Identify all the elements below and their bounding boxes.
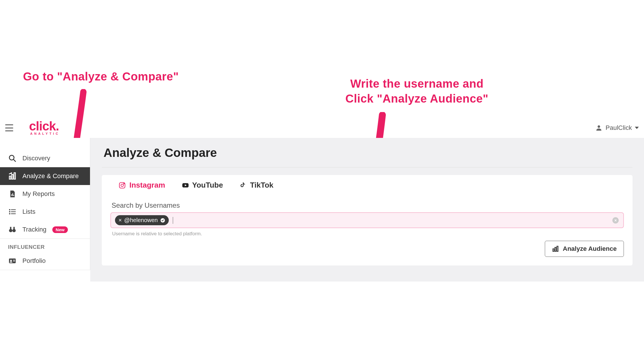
page-title: Analyze & Compare — [102, 143, 632, 167]
svg-rect-18 — [14, 227, 15, 230]
clear-input-icon[interactable]: × — [612, 217, 619, 224]
annotation-right-line2: Click "Analyze Audience" — [331, 91, 503, 106]
svg-point-9 — [9, 209, 10, 211]
tab-label: Instagram — [129, 181, 165, 190]
svg-rect-29 — [555, 247, 556, 251]
sidebar: Discovery Analyze & Compare My Reports L… — [0, 138, 90, 270]
user-menu[interactable]: PaulClick — [595, 124, 639, 132]
sidebar-label: Lists — [22, 208, 35, 215]
svg-rect-5 — [14, 173, 16, 179]
caret-down-icon — [635, 127, 639, 129]
svg-rect-6 — [12, 194, 12, 196]
search-input[interactable]: × @helenowen × — [110, 212, 624, 228]
svg-point-1 — [9, 155, 14, 160]
tab-label: YouTube — [192, 181, 223, 190]
user-name: PaulClick — [605, 124, 632, 132]
sidebar-item-analyze-compare[interactable]: Analyze & Compare — [0, 167, 90, 185]
svg-rect-10 — [11, 209, 16, 210]
svg-point-20 — [10, 260, 12, 261]
svg-point-13 — [9, 213, 10, 215]
svg-rect-4 — [12, 174, 13, 179]
svg-rect-21 — [13, 260, 15, 261]
list-icon — [8, 207, 17, 216]
svg-rect-7 — [12, 193, 13, 196]
svg-rect-3 — [9, 176, 11, 179]
analyze-audience-button[interactable]: Analyze Audience — [545, 241, 624, 257]
topbar: click. ANALYTIC PaulClick — [0, 118, 644, 138]
svg-line-2 — [14, 159, 16, 162]
analyze-label: Analyze Audience — [563, 245, 617, 253]
logo-main: click. — [29, 120, 59, 132]
tab-youtube[interactable]: YouTube — [173, 175, 231, 196]
tab-instagram[interactable]: Instagram — [110, 175, 173, 196]
logo-sub: ANALYTIC — [30, 132, 60, 135]
sidebar-item-discovery[interactable]: Discovery — [0, 149, 90, 167]
binoculars-icon — [8, 225, 17, 234]
svg-rect-14 — [11, 213, 16, 214]
instagram-icon — [118, 182, 126, 189]
sidebar-label: Analyze & Compare — [22, 172, 79, 180]
svg-point-0 — [598, 125, 600, 128]
new-badge: New — [52, 226, 68, 233]
logo[interactable]: click. ANALYTIC — [29, 120, 60, 135]
search-hint: Username is relative to selected platfor… — [112, 231, 624, 237]
tabs: Instagram YouTube TikTok — [110, 175, 624, 196]
svg-point-24 — [121, 184, 124, 186]
svg-point-11 — [9, 211, 10, 213]
youtube-icon — [181, 182, 189, 189]
svg-rect-28 — [553, 249, 554, 251]
tiktok-icon — [239, 182, 247, 189]
annotation-right-line1: Write the username and — [331, 76, 503, 91]
text-cursor — [173, 217, 173, 224]
chart-up-icon — [8, 172, 17, 180]
sidebar-item-tracking[interactable]: Tracking New — [0, 221, 90, 239]
id-card-icon — [8, 257, 17, 265]
svg-point-25 — [124, 183, 124, 184]
svg-rect-12 — [11, 211, 16, 212]
sidebar-item-lists[interactable]: Lists — [0, 203, 90, 221]
sidebar-label: Discovery — [22, 155, 50, 162]
chip-text: @helenowen — [124, 217, 158, 224]
username-chip[interactable]: × @helenowen — [115, 215, 169, 225]
svg-rect-8 — [14, 195, 14, 196]
tab-label: TikTok — [250, 181, 273, 190]
panel: Instagram YouTube TikTok Search by Usern… — [102, 175, 632, 265]
tab-tiktok[interactable]: TikTok — [231, 175, 281, 196]
search-icon — [8, 154, 17, 163]
verified-icon — [160, 218, 165, 223]
svg-rect-30 — [557, 246, 558, 251]
svg-rect-22 — [13, 261, 15, 261]
sidebar-item-portfolio[interactable]: Portfolio — [0, 252, 90, 270]
hamburger-icon[interactable] — [5, 124, 13, 131]
chart-icon — [552, 245, 559, 252]
sidebar-label: Tracking — [22, 226, 47, 233]
sidebar-section-influencer: INFLUENCER — [0, 239, 90, 252]
sidebar-item-reports[interactable]: My Reports — [0, 185, 90, 203]
annotation-right: Write the username and Click "Analyze Au… — [331, 76, 503, 106]
document-chart-icon — [8, 190, 17, 198]
user-icon — [595, 124, 603, 132]
sidebar-label: Portfolio — [22, 257, 46, 265]
chip-remove-icon[interactable]: × — [118, 217, 122, 224]
main: Analyze & Compare Instagram YouTube TikT… — [90, 138, 644, 282]
svg-rect-17 — [10, 227, 12, 230]
search-label: Search by Usernames — [112, 201, 624, 209]
sidebar-label: My Reports — [22, 190, 55, 198]
annotation-left: Go to "Analyze & Compare" — [23, 69, 179, 84]
